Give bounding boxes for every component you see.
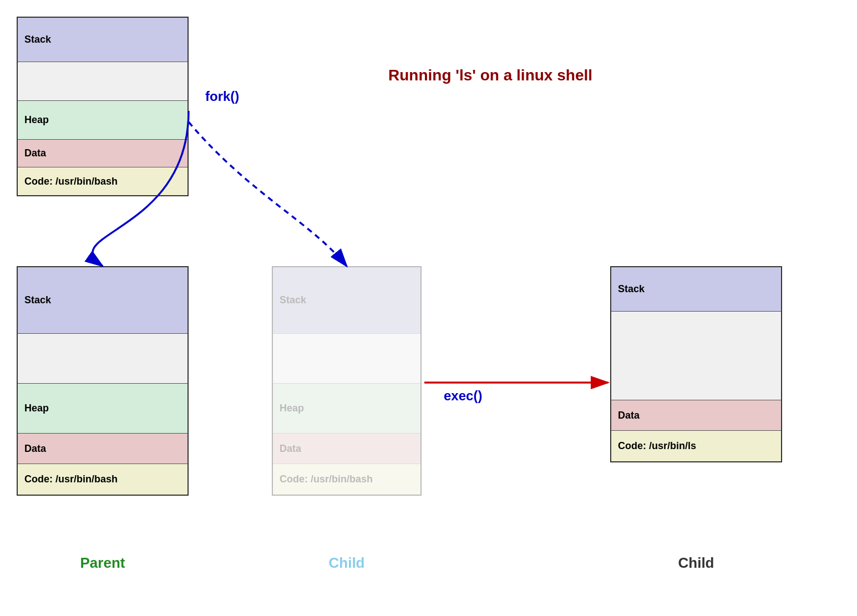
- fork-label: fork(): [205, 89, 239, 104]
- top-code: Code: /usr/bin/bash: [18, 167, 187, 195]
- fork-to-child-arrow: [189, 122, 347, 266]
- child-memory-block: Stack Data Code: /usr/bin/ls: [610, 266, 782, 462]
- child-empty: [611, 312, 781, 400]
- top-memory-block: Stack Heap Data Code: /usr/bin/bash: [17, 17, 189, 196]
- diagram-container: Running 'ls' on a linux shell Stack Heap…: [0, 0, 857, 616]
- child-code: Code: /usr/bin/ls: [611, 431, 781, 461]
- top-data: Data: [18, 140, 187, 167]
- parent-memory-block: Stack Heap Data Code: /usr/bin/bash: [17, 266, 189, 496]
- child-label: Child: [610, 554, 782, 572]
- exec-label: exec(): [444, 388, 482, 404]
- child-data: Data: [611, 400, 781, 431]
- child-faded-empty: [273, 334, 420, 384]
- child-faded-stack: Stack: [273, 267, 420, 334]
- top-stack: Stack: [18, 18, 187, 62]
- top-empty: [18, 62, 187, 101]
- parent-label: Parent: [17, 554, 189, 572]
- top-heap: Heap: [18, 101, 187, 140]
- child-faded-code: Code: /usr/bin/bash: [273, 464, 420, 495]
- parent-empty: [18, 334, 187, 384]
- page-title: Running 'ls' on a linux shell: [388, 67, 592, 84]
- child-faded-data: Data: [273, 434, 420, 464]
- child-stack: Stack: [611, 267, 781, 312]
- parent-heap: Heap: [18, 384, 187, 434]
- parent-data: Data: [18, 434, 187, 464]
- child-faded-label: Child: [272, 554, 422, 572]
- parent-code: Code: /usr/bin/bash: [18, 464, 187, 495]
- parent-stack: Stack: [18, 267, 187, 334]
- child-faded-memory-block: Stack Heap Data Code: /usr/bin/bash: [272, 266, 422, 496]
- child-faded-heap: Heap: [273, 384, 420, 434]
